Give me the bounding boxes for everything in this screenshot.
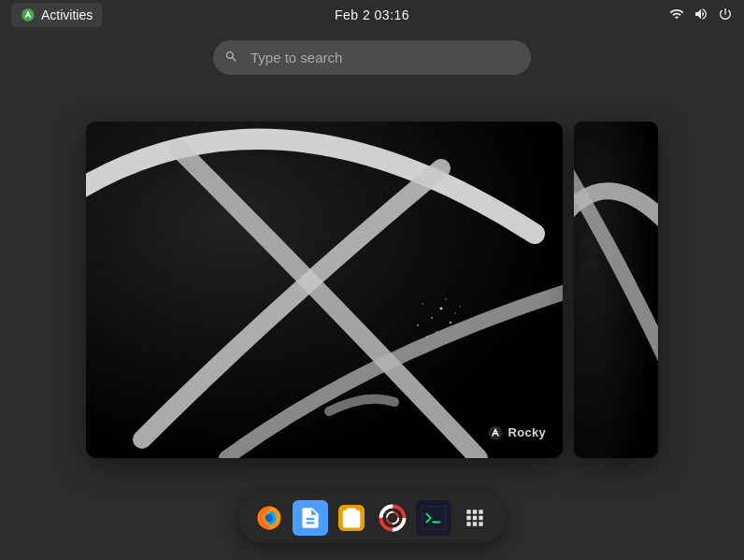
rocky-r-icon — [487, 424, 504, 441]
svg-point-2 — [440, 307, 443, 309]
rocky-watermark: Rocky — [487, 424, 546, 441]
network-icon[interactable] — [669, 7, 684, 24]
dock-item-firefox[interactable] — [251, 500, 287, 536]
main-window-thumbnail[interactable]: Rocky — [86, 122, 563, 458]
shotwell-icon — [338, 505, 365, 531]
lifepreserver-icon — [379, 504, 407, 532]
side-window-canvas — [574, 122, 658, 458]
svg-point-3 — [431, 317, 433, 319]
dock-item-grid[interactable] — [457, 500, 493, 536]
side-window-thumbnail[interactable] — [574, 122, 658, 458]
system-tray — [669, 7, 733, 24]
rocky-logo-icon — [21, 7, 36, 22]
rocky-brand-text: Rocky — [508, 425, 546, 439]
svg-rect-14 — [574, 122, 658, 458]
svg-point-5 — [422, 303, 423, 305]
dock-item-terminal[interactable] — [416, 500, 451, 536]
activities-label: Activities — [41, 7, 93, 22]
svg-point-9 — [445, 298, 446, 299]
svg-point-8 — [426, 336, 428, 337]
svg-point-7 — [454, 312, 456, 314]
svg-point-12 — [433, 345, 434, 346]
dock — [238, 493, 506, 543]
activities-button[interactable]: Activities — [11, 3, 102, 27]
app-grid-icon — [463, 506, 487, 530]
search-container — [213, 40, 531, 75]
svg-point-4 — [450, 321, 451, 323]
svg-point-10 — [417, 323, 419, 325]
svg-point-6 — [436, 331, 437, 333]
svg-point-0 — [21, 8, 34, 21]
terminal-icon — [422, 506, 446, 530]
firefox-icon — [255, 504, 283, 532]
svg-rect-23 — [422, 506, 446, 530]
search-input[interactable] — [213, 40, 531, 75]
files-icon — [298, 506, 322, 530]
clock-display: Feb 2 03:16 — [335, 7, 409, 22]
dock-item-shotwell[interactable] — [334, 500, 369, 536]
rocky-wallpaper-svg — [86, 122, 563, 458]
dock-item-files[interactable] — [293, 500, 328, 536]
main-window-canvas: Rocky — [86, 122, 563, 458]
workspace-area: Rocky — [0, 93, 744, 485]
topbar: Activities Feb 2 03:16 — [0, 0, 744, 30]
svg-point-17 — [265, 514, 274, 523]
power-icon[interactable] — [718, 7, 733, 24]
svg-point-11 — [459, 306, 461, 308]
volume-icon[interactable] — [694, 7, 708, 24]
dock-item-lifepreserver[interactable] — [375, 500, 410, 536]
